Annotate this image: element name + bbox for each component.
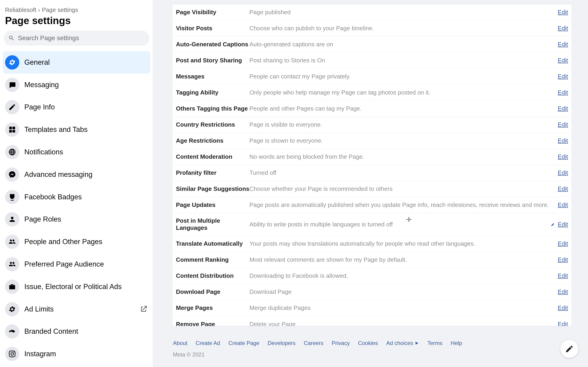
sidebar-item-people-pages[interactable]: People and Other Pages <box>3 231 150 253</box>
edit-link[interactable]: Edit <box>558 256 568 263</box>
setting-value: Download Page <box>250 288 558 295</box>
edit-link[interactable]: Edit <box>558 201 568 209</box>
setting-label: Visitor Posts <box>176 25 250 32</box>
setting-row-similar[interactable]: Similar Page SuggestionsChoose whether y… <box>172 181 572 197</box>
sidebar-item-political-ads[interactable]: Issue, Electoral or Political Ads <box>3 275 150 298</box>
sidebar-item-adv-messaging[interactable]: Advanced messaging <box>3 163 150 186</box>
search-input[interactable] <box>18 34 145 42</box>
sidebar-item-notifications[interactable]: Notifications <box>3 141 150 163</box>
setting-label: Comment Ranking <box>176 256 250 263</box>
setting-row-others-tagging[interactable]: Others Tagging this PagePeople and other… <box>172 101 572 117</box>
sidebar-item-label: General <box>24 58 50 67</box>
setting-row-messages[interactable]: MessagesPeople can contact my Page priva… <box>172 69 572 85</box>
edit-link[interactable]: Edit <box>558 288 568 295</box>
edit-link[interactable]: Edit <box>558 73 568 80</box>
setting-row-profanity[interactable]: Profanity filterTurned offEdit <box>172 165 572 181</box>
setting-row-country[interactable]: Country RestrictionsPage is visible to e… <box>172 117 572 133</box>
edit-link[interactable]: Edit <box>558 25 568 32</box>
footer-link-help[interactable]: Help <box>451 340 462 346</box>
edit-link[interactable]: Edit <box>558 41 568 48</box>
footer-link-about[interactable]: About <box>173 340 187 346</box>
setting-row-remove[interactable]: Remove PageDelete your PageEdit <box>172 316 572 326</box>
sidebar-item-badges[interactable]: Facebook Badges <box>3 186 150 208</box>
setting-row-tagging[interactable]: Tagging AbilityOnly people who help mana… <box>172 85 572 101</box>
edit-label: Edit <box>558 221 568 228</box>
edit-link[interactable]: Edit <box>558 57 568 64</box>
edit-link[interactable]: Edit <box>558 321 568 326</box>
setting-row-download[interactable]: Download PageDownload PageEdit <box>172 284 572 300</box>
pencil-icon <box>551 222 555 227</box>
edit-label: Edit <box>558 321 568 326</box>
setting-value: Merge duplicate Pages <box>250 304 558 311</box>
setting-value: Page posts are automatically published w… <box>250 201 558 209</box>
edit-link[interactable]: Edit <box>558 185 568 192</box>
edit-link[interactable]: Edit <box>558 137 568 144</box>
sidebar-item-instagram[interactable]: Instagram <box>3 343 150 365</box>
edit-link[interactable]: Edit <box>558 121 568 128</box>
setting-row-content-dist[interactable]: Content DistributionDownloading to Faceb… <box>172 268 572 284</box>
sidebar-item-label: People and Other Pages <box>24 238 103 246</box>
footer-link-careers[interactable]: Careers <box>304 340 323 346</box>
setting-row-translate[interactable]: Translate AutomaticallyYour posts may sh… <box>172 236 572 252</box>
setting-row-merge[interactable]: Merge PagesMerge duplicate PagesEdit <box>172 300 572 316</box>
setting-row-captions[interactable]: Auto-Generated CaptionsAuto-generated ca… <box>172 36 572 52</box>
setting-label: Tagging Ability <box>176 89 250 96</box>
setting-row-moderation[interactable]: Content ModerationNo words are being blo… <box>172 149 572 165</box>
setting-label: Age Restrictions <box>176 137 250 144</box>
adchoices-icon <box>415 341 419 345</box>
breadcrumb-current[interactable]: Page settings <box>42 6 78 14</box>
edit-link[interactable]: Edit <box>558 153 568 160</box>
footer-link-terms[interactable]: Terms <box>427 340 442 346</box>
setting-row-multi-lang[interactable]: Post in Multiple LanguagesAbility to wri… <box>172 213 572 236</box>
setting-row-post-story-sharing[interactable]: Post and Story SharingPost sharing to St… <box>172 52 572 69</box>
handshake-icon <box>5 324 19 339</box>
setting-row-updates[interactable]: Page UpdatesPage posts are automatically… <box>172 197 572 213</box>
sidebar-item-general[interactable]: General <box>3 51 150 74</box>
sidebar: Reliablesoft › Page settings Page settin… <box>0 0 153 367</box>
edit-link[interactable]: Edit <box>558 304 568 311</box>
footer-link-create-page[interactable]: Create Page <box>228 340 259 346</box>
messenger-icon <box>5 167 19 182</box>
sidebar-item-messaging[interactable]: Messaging <box>3 74 150 96</box>
footer-link-ad-choices[interactable]: Ad choices <box>386 340 419 346</box>
edit-label: Edit <box>558 272 568 279</box>
search-container[interactable] <box>4 31 149 46</box>
sidebar-item-label: Issue, Electoral or Political Ads <box>24 283 122 291</box>
sidebar-item-templates[interactable]: Templates and Tabs <box>3 118 150 141</box>
sidebar-item-label: Branded Content <box>24 327 78 336</box>
sidebar-item-page-roles[interactable]: Page Roles <box>3 208 150 231</box>
setting-label: Post in Multiple Languages <box>176 217 250 232</box>
compose-icon <box>565 344 574 353</box>
edit-link[interactable]: Edit <box>558 272 568 279</box>
sidebar-item-page-info[interactable]: Page Info <box>3 96 150 118</box>
edit-link[interactable]: Edit <box>558 89 568 96</box>
footer-link-create-ad[interactable]: Create Ad <box>196 340 220 346</box>
setting-row-comment-rank[interactable]: Comment RankingMost relevant comments ar… <box>172 252 572 268</box>
setting-label: Post and Story Sharing <box>176 57 250 64</box>
setting-row-page-visibility[interactable]: Page VisibilityPage publishedEdit <box>172 4 572 20</box>
sidebar-item-branded[interactable]: Branded Content <box>3 320 150 343</box>
footer-link-developers[interactable]: Developers <box>268 340 295 346</box>
setting-value: Your posts may show translations automat… <box>250 240 558 247</box>
edit-link[interactable]: Edit <box>558 240 568 247</box>
edit-link[interactable]: Edit <box>558 9 568 16</box>
sidebar-item-label: Templates and Tabs <box>24 125 87 134</box>
setting-row-age[interactable]: Age RestrictionsPage is shown to everyon… <box>172 133 572 149</box>
sidebar-item-pref-audience[interactable]: Preferred Page Audience <box>3 253 150 275</box>
breadcrumb-separator: › <box>38 6 40 14</box>
setting-value: Page published <box>250 9 558 16</box>
sidebar-item-ad-limits[interactable]: Ad Limits <box>3 298 150 320</box>
search-icon <box>8 35 15 41</box>
edit-link[interactable]: Edit <box>558 169 568 176</box>
compose-fab[interactable] <box>561 340 578 358</box>
edit-link[interactable]: Edit <box>551 221 568 228</box>
breadcrumb: Reliablesoft › Page settings <box>2 6 151 14</box>
setting-row-visitor-posts[interactable]: Visitor PostsChoose who can publish to y… <box>172 20 572 36</box>
breadcrumb-parent[interactable]: Reliablesoft <box>5 6 36 14</box>
footer-link-cookies[interactable]: Cookies <box>358 340 378 346</box>
footer-link-privacy[interactable]: Privacy <box>332 340 350 346</box>
footer-copyright: Meta © 2021 <box>173 351 571 358</box>
edit-link[interactable]: Edit <box>558 105 568 112</box>
edit-label: Edit <box>558 73 568 80</box>
settings-card: Page VisibilityPage publishedEditVisitor… <box>172 4 572 326</box>
